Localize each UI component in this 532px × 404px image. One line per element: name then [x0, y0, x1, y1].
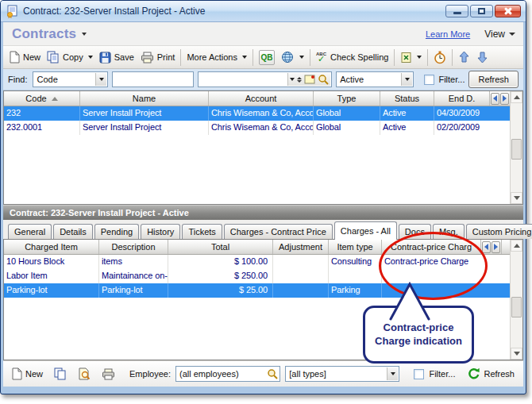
move-down-button[interactable]: [473, 49, 492, 65]
search-icon[interactable]: [318, 74, 329, 85]
save-icon: [99, 52, 111, 63]
column-header-status[interactable]: Status: [380, 91, 434, 106]
find-search-input[interactable]: [112, 71, 194, 87]
new-charge-button[interactable]: New: [9, 366, 46, 382]
restore-button[interactable]: [470, 5, 493, 17]
column-header-type[interactable]: Type: [314, 91, 380, 106]
copy-dropdown-icon: [88, 56, 93, 59]
tab-charges-contract-price[interactable]: Charges - Contract Price: [224, 224, 333, 239]
quickbooks-sync-button[interactable]: QB: [256, 48, 278, 67]
tab-docs[interactable]: Docs: [399, 224, 431, 239]
print-button[interactable]: Print: [137, 50, 179, 65]
scrollbar-down-button[interactable]: [511, 348, 522, 360]
scrollbar-down-button[interactable]: [511, 192, 522, 204]
tab-history[interactable]: History: [141, 224, 180, 239]
tab-pending[interactable]: Pending: [94, 224, 139, 239]
move-up-button[interactable]: [455, 49, 473, 65]
column-header-description[interactable]: Description: [99, 240, 168, 254]
column-header-name[interactable]: Name: [80, 91, 209, 106]
find-scope-selector[interactable]: [198, 71, 332, 87]
view-menu[interactable]: View: [484, 29, 515, 40]
employee-label: Employee:: [129, 369, 171, 379]
export-button[interactable]: [397, 50, 425, 65]
column-header-contract-price-charge[interactable]: Contract-price Charg: [382, 240, 481, 254]
search-icon[interactable]: [267, 368, 278, 379]
right-arrow-icon: [494, 244, 498, 250]
scrollbar-up-button[interactable]: [511, 240, 522, 252]
tab-general[interactable]: General: [8, 224, 52, 239]
contracts-grid-scrollbar[interactable]: [510, 91, 522, 204]
printer-icon: [102, 368, 115, 380]
column-header-code[interactable]: Code: [4, 91, 80, 106]
scroll-columns-right-button[interactable]: [492, 241, 500, 253]
tab-details[interactable]: Details: [53, 224, 93, 239]
titlebar: Contract: 232-Server Install Project - A…: [1, 1, 526, 22]
save-button[interactable]: Save: [96, 50, 137, 65]
up-arrow-icon: [514, 95, 520, 99]
status-filter-dropdown-icon: [401, 73, 412, 86]
preview-button[interactable]: [75, 366, 94, 382]
toolbar-separator: [394, 49, 395, 66]
tab-charges-all[interactable]: Charges - All: [334, 221, 397, 240]
refresh-button[interactable]: Refresh: [468, 71, 519, 88]
check-spelling-button[interactable]: ABC ✓ Check Spelling: [313, 50, 391, 65]
timer-button[interactable]: [430, 49, 449, 66]
find-field-selector[interactable]: Code: [33, 71, 108, 87]
charges-toolbar: New: [3, 360, 523, 387]
more-actions-dropdown-icon: [242, 56, 247, 59]
column-header-account[interactable]: Account: [209, 91, 314, 106]
print-icon: [141, 52, 154, 63]
employee-filter-input[interactable]: [175, 366, 280, 382]
contract-row-232-0001[interactable]: 232.0001 Server Install Project Chris Wi…: [4, 121, 522, 135]
column-header-charged-item[interactable]: Charged Item: [4, 240, 99, 254]
column-header-adjustment[interactable]: Adjustment: [273, 240, 329, 254]
scrollbar-thumb[interactable]: [511, 297, 522, 317]
find-label: Find:: [8, 75, 27, 84]
scroll-columns-left-button[interactable]: [482, 241, 491, 253]
column-header-end-date[interactable]: End D.: [434, 91, 490, 106]
scrollbar-up-button[interactable]: [511, 91, 522, 103]
more-actions-button[interactable]: More Actions: [183, 51, 250, 63]
toolbar-separator: [452, 49, 453, 66]
charges-filter-label: Filter...: [429, 369, 455, 379]
charges-filter-checkbox[interactable]: [414, 369, 424, 379]
tab-tickets[interactable]: Tickets: [182, 224, 222, 239]
learn-more-link[interactable]: Learn More: [426, 29, 470, 39]
copy-charge-button[interactable]: [51, 366, 70, 382]
scroll-columns-left-button[interactable]: [491, 93, 499, 105]
tab-msg[interactable]: Msg.: [433, 224, 465, 239]
minimize-button[interactable]: [445, 5, 468, 17]
scroll-columns-right-button[interactable]: [500, 93, 509, 105]
column-header-item-type[interactable]: Item type: [329, 240, 382, 254]
scope-dropdown-icon[interactable]: [290, 78, 295, 81]
web-sync-button[interactable]: [278, 49, 307, 65]
charge-row-labor-item[interactable]: Labor Item Maintainance on-site $ 250.00: [4, 269, 522, 283]
export-dropdown-icon: [417, 56, 422, 59]
tab-custom-pricing[interactable]: Custom Pricing: [466, 224, 532, 239]
scrollbar-thumb[interactable]: [511, 139, 522, 160]
column-header-total[interactable]: Total: [168, 240, 273, 254]
status-filter-selector[interactable]: Active: [336, 71, 414, 87]
charges-grid-scrollbar[interactable]: [510, 240, 522, 360]
charge-row-10-hours-block[interactable]: 10 Hours Block items $ 100.00 Consulting…: [4, 255, 522, 269]
contract-row-232[interactable]: 232 Server Install Project Chris Wiseman…: [4, 106, 522, 121]
new-button[interactable]: New: [6, 49, 44, 65]
close-button[interactable]: [495, 5, 521, 17]
toolbar-separator: [427, 49, 428, 66]
print-charges-button[interactable]: [98, 367, 118, 382]
find-field-value: Code: [37, 75, 57, 84]
charge-row-parking-lot[interactable]: Parking-lot Parking-lot $ 25.00 Parking: [4, 283, 522, 298]
column-scroll-buttons: [490, 91, 511, 106]
detail-tabs: General Details Pending History Tickets …: [3, 220, 523, 239]
screenshot-stage: Contract: 232-Server Install Project - A…: [0, 0, 532, 404]
export-excel-icon: [400, 52, 412, 63]
filter-checkbox[interactable]: [424, 75, 434, 85]
copy-button[interactable]: Copy: [44, 49, 96, 65]
page-title-dropdown-icon[interactable]: [82, 33, 87, 36]
type-filter-selector[interactable]: [all types]: [285, 366, 399, 382]
note-icon[interactable]: [304, 75, 315, 84]
down-arrow-icon: [514, 196, 520, 200]
refresh-charges-button[interactable]: Refresh: [465, 366, 518, 382]
scope-spinner-icon[interactable]: [297, 77, 302, 83]
down-arrow-icon: [476, 51, 488, 63]
